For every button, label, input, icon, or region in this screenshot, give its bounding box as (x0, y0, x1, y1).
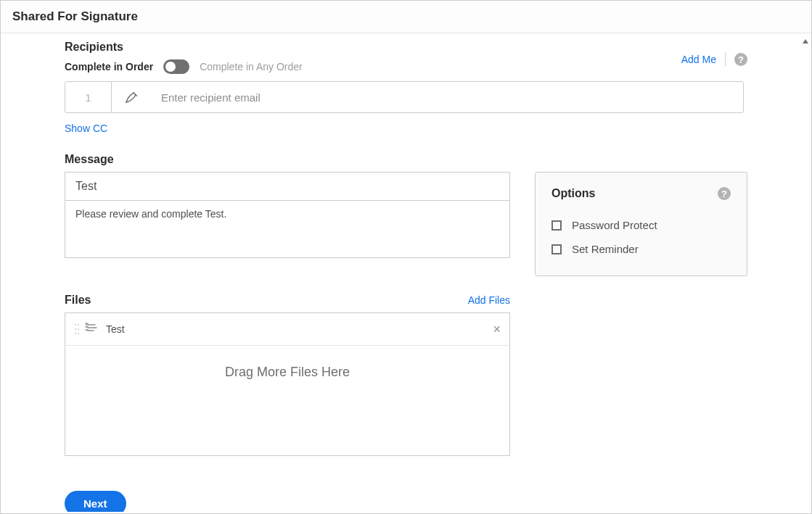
files-label: Files (65, 294, 91, 307)
svg-point-2 (75, 328, 76, 330)
drop-zone-label: Drag More Files Here (225, 365, 350, 380)
checkbox-icon (551, 244, 562, 254)
svg-point-0 (75, 324, 76, 326)
add-files-link[interactable]: Add Files (468, 294, 510, 306)
checkbox-icon (551, 220, 562, 231)
svg-point-3 (78, 328, 79, 330)
recipient-actions: Add Me ? (681, 52, 747, 67)
recipient-row: 1 (65, 81, 744, 113)
content-area: Recipients Complete in Order Complete in… (1, 33, 811, 512)
window-header: Shared For Signature (1, 1, 811, 33)
content-scroll[interactable]: Recipients Complete in Order Complete in… (1, 33, 811, 512)
add-me-link[interactable]: Add Me (681, 54, 716, 65)
file-drop-zone[interactable]: Drag More Files Here (65, 346, 510, 456)
order-right-label: Complete in Any Order (200, 61, 303, 72)
message-label: Message (65, 153, 747, 166)
files-header: Files Add Files (65, 294, 510, 307)
password-protect-label: Password Protect (572, 219, 657, 231)
recipient-email-wrap (152, 82, 743, 112)
message-body-input[interactable] (65, 200, 510, 258)
file-item-row[interactable]: T Test × (65, 312, 510, 346)
svg-point-4 (75, 333, 76, 334)
svg-text:T: T (85, 323, 89, 327)
svg-point-1 (78, 324, 79, 326)
options-header: Options ? (551, 187, 731, 200)
message-and-options: Options ? Password Protect Set Reminder (65, 172, 747, 276)
recipient-number: 1 (65, 82, 112, 112)
order-left-label: Complete in Order (65, 61, 153, 72)
divider (725, 52, 726, 67)
message-left (65, 172, 510, 261)
file-name: Test (106, 323, 493, 335)
recipients-label: Recipients (65, 41, 747, 54)
order-toggle[interactable] (163, 59, 189, 74)
page-title: Shared For Signature (12, 9, 800, 24)
next-button[interactable]: Next (65, 491, 126, 512)
set-reminder-option[interactable]: Set Reminder (551, 237, 731, 261)
message-title-input[interactable] (65, 172, 510, 200)
options-panel: Options ? Password Protect Set Reminder (535, 172, 747, 276)
show-cc-link[interactable]: Show CC (65, 123, 107, 134)
help-icon[interactable]: ? (734, 53, 747, 66)
remove-file-icon[interactable]: × (493, 322, 501, 337)
options-title: Options (551, 187, 595, 200)
set-reminder-label: Set Reminder (572, 243, 639, 255)
options-help-icon[interactable]: ? (718, 187, 731, 200)
drag-handle-icon[interactable]: T (74, 323, 99, 336)
password-protect-option[interactable]: Password Protect (551, 213, 731, 237)
signer-role-icon[interactable] (112, 82, 152, 112)
order-toggle-row: Complete in Order Complete in Any Order (65, 59, 747, 74)
svg-point-5 (78, 333, 79, 334)
recipient-email-input[interactable] (152, 91, 743, 104)
